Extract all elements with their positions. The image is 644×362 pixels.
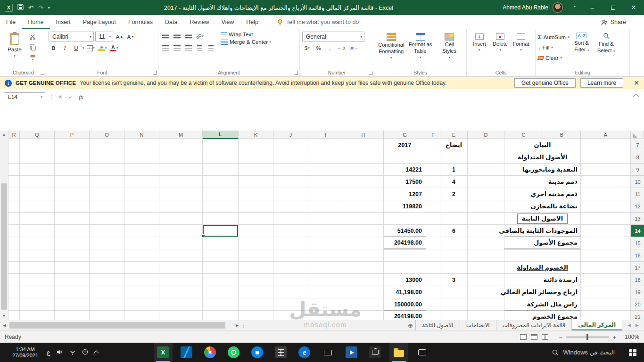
- cell-A7[interactable]: [581, 139, 631, 151]
- cell-styles-button[interactable]: Cell Styles ▾: [435, 31, 464, 68]
- cell-M16[interactable]: [159, 249, 203, 262]
- cell-J16[interactable]: [273, 249, 308, 262]
- row-header-9[interactable]: 9: [631, 164, 644, 176]
- cell-O11[interactable]: [90, 188, 124, 200]
- font-size-combo[interactable]: 11▾: [95, 32, 113, 41]
- zoom-slider[interactable]: [566, 337, 609, 337]
- cell-A10[interactable]: [581, 176, 631, 188]
- cell-J7[interactable]: [273, 139, 308, 151]
- cell-M9[interactable]: [159, 164, 203, 176]
- cell-G11[interactable]: 1207: [384, 188, 426, 200]
- cell-C16[interactable]: [504, 249, 581, 262]
- cell-F11[interactable]: [426, 188, 440, 200]
- cell-D10[interactable]: [468, 176, 504, 188]
- column-header-E[interactable]: E: [440, 131, 468, 139]
- cell-M19[interactable]: [159, 286, 203, 298]
- cell-R13[interactable]: [8, 213, 20, 225]
- cell-E12[interactable]: [440, 200, 468, 213]
- cell-K11[interactable]: [239, 188, 273, 200]
- cell-D13[interactable]: [468, 213, 504, 225]
- account-name[interactable]: Ahmed Abu Rabie: [503, 4, 548, 11]
- horizontal-scrollbar[interactable]: [9, 322, 232, 329]
- cell-K17[interactable]: [239, 262, 273, 274]
- cell-R16[interactable]: [8, 249, 20, 262]
- taskbar-icon-vscode[interactable]: [177, 343, 196, 362]
- cell-L16[interactable]: [203, 249, 239, 262]
- column-header-P[interactable]: P: [55, 131, 90, 139]
- column-header-J[interactable]: J: [273, 131, 308, 139]
- row-header-15[interactable]: 15: [631, 237, 644, 249]
- cell-Q8[interactable]: [20, 151, 55, 164]
- alignment-dialog-launcher-icon[interactable]: [294, 71, 298, 75]
- cell-E18[interactable]: 3: [440, 274, 468, 286]
- sheet-tab-3-active[interactable]: المركز المالى: [572, 320, 622, 330]
- cell-O20[interactable]: [90, 298, 124, 311]
- underline-dropdown-icon[interactable]: ▾: [83, 46, 84, 50]
- cell-I14[interactable]: [308, 225, 343, 237]
- sheet-nav-prev-icon[interactable]: ◀: [627, 323, 631, 328]
- cell-C14[interactable]: الموجودات الثابتة بالصافي: [504, 225, 581, 237]
- ribbon-tab-help[interactable]: Help: [240, 15, 264, 29]
- cell-P19[interactable]: [55, 286, 90, 298]
- cell-R7[interactable]: [8, 139, 20, 151]
- autosum-button[interactable]: ΣAutoSum▾: [538, 33, 570, 41]
- orientation-button[interactable]: ab▾: [195, 32, 205, 41]
- cell-L9[interactable]: [203, 164, 239, 176]
- cell-C13[interactable]: الاصول الثابتة: [504, 213, 581, 225]
- font-color-button[interactable]: A▾: [109, 43, 119, 53]
- cell-O16[interactable]: [90, 249, 124, 262]
- cell-R10[interactable]: [8, 176, 20, 188]
- cell-K21[interactable]: [239, 311, 273, 320]
- cell-K10[interactable]: [239, 176, 273, 188]
- formula-bar-splitter[interactable]: ⋮: [49, 94, 54, 100]
- cell-R14[interactable]: [8, 225, 20, 237]
- cell-O12[interactable]: [90, 200, 124, 213]
- font-dialog-launcher-icon[interactable]: [153, 71, 157, 75]
- taskbar-icon-display[interactable]: [413, 343, 432, 362]
- cell-H18[interactable]: [343, 274, 384, 286]
- font-name-combo[interactable]: Calibri▾: [49, 32, 94, 41]
- cell-F9[interactable]: [426, 164, 440, 176]
- cell-A11[interactable]: [581, 188, 631, 200]
- cell-P14[interactable]: [55, 225, 90, 237]
- cell-H9[interactable]: [343, 164, 384, 176]
- tell-me-box[interactable]: Tell me what you want to do: [277, 15, 359, 29]
- ribbon-tab-formulas[interactable]: Formulas: [122, 15, 159, 29]
- conditional-formatting-button[interactable]: Conditional Formatting ▾: [377, 31, 406, 68]
- borders-button[interactable]: ▾: [86, 43, 96, 53]
- cell-A15[interactable]: [581, 237, 631, 249]
- cell-I20[interactable]: [308, 298, 343, 311]
- cell-K12[interactable]: [239, 200, 273, 213]
- cell-I12[interactable]: [308, 200, 343, 213]
- cell-P20[interactable]: [55, 298, 90, 311]
- cell-E14[interactable]: 6: [440, 225, 468, 237]
- cell-F12[interactable]: [426, 200, 440, 213]
- maximize-button[interactable]: [603, 0, 623, 15]
- language-indicator[interactable]: ع: [47, 349, 50, 356]
- cell-F16[interactable]: [426, 249, 440, 262]
- increase-indent-button[interactable]: [206, 43, 216, 52]
- cell-G15[interactable]: 204198.00: [384, 237, 426, 249]
- cell-P21[interactable]: [55, 311, 90, 320]
- cell-F15[interactable]: [426, 237, 440, 249]
- zoom-out-icon[interactable]: −: [559, 334, 563, 341]
- row-header-7[interactable]: 7: [631, 139, 644, 151]
- taskbar-icon-movies[interactable]: [342, 343, 361, 362]
- cell-M12[interactable]: [159, 200, 203, 213]
- cell-F17[interactable]: [426, 262, 440, 274]
- taskbar-icon-calculator[interactable]: [272, 343, 290, 362]
- cell-L17[interactable]: [203, 262, 239, 274]
- cell-E21[interactable]: [440, 311, 468, 320]
- cell-O13[interactable]: [90, 213, 124, 225]
- cell-O7[interactable]: [90, 139, 124, 151]
- cell-J18[interactable]: [273, 274, 308, 286]
- cell-H20[interactable]: [343, 298, 384, 311]
- cell-I7[interactable]: [308, 139, 343, 151]
- cell-Q9[interactable]: [20, 164, 55, 176]
- column-header-L[interactable]: L: [203, 131, 239, 139]
- cell-O9[interactable]: [90, 164, 124, 176]
- copy-button[interactable]: [27, 43, 38, 52]
- cell-G10[interactable]: 17500: [384, 176, 426, 188]
- row-header-12[interactable]: 12: [631, 200, 644, 213]
- italic-button[interactable]: I: [60, 43, 70, 53]
